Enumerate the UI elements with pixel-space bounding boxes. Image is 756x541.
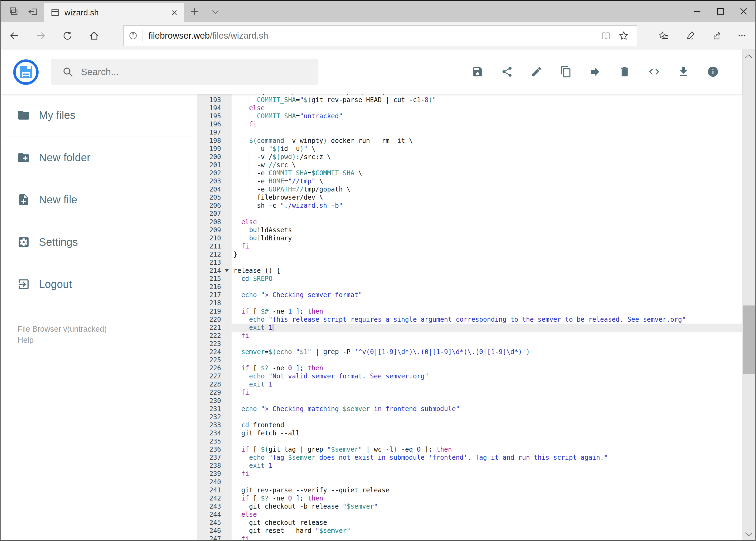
new-tab-icon[interactable] xyxy=(190,7,199,16)
code-line[interactable]: 233 cd frontend xyxy=(197,421,742,429)
share-icon[interactable] xyxy=(501,66,513,78)
scrollbar-thumb[interactable] xyxy=(743,305,755,374)
edit-icon[interactable] xyxy=(530,66,543,78)
code-line[interactable]: 226 if [ $? -ne 0 ]; then xyxy=(197,364,742,372)
code-line[interactable]: 199 -u "$(id -u)" \ xyxy=(197,145,742,153)
code-line[interactable]: 239 fi xyxy=(197,470,742,478)
code-line[interactable]: 237 echo "Tag $semver does not exist in … xyxy=(197,453,742,462)
address-bar[interactable]: filebrowser.web/files/wizard.sh xyxy=(123,25,637,46)
set-tabs-aside-icon[interactable] xyxy=(28,6,39,17)
code-line[interactable]: 217 echo "> Checking semver format" xyxy=(197,291,742,299)
code-line[interactable]: 209 buildAssets xyxy=(197,226,742,234)
code-line[interactable]: 238 exit 1 xyxy=(197,462,742,470)
help-link[interactable]: Help xyxy=(18,335,107,346)
code-line[interactable]: 202 -e COMMIT_SHA=$COMMIT_SHA \ xyxy=(197,169,742,177)
code-line[interactable]: 247 fi xyxy=(197,535,742,540)
search-input[interactable] xyxy=(81,66,297,77)
scroll-up-icon[interactable] xyxy=(744,53,753,60)
code-line[interactable]: 230 xyxy=(197,397,742,405)
code-line[interactable]: 208 else xyxy=(197,218,742,226)
code-line[interactable]: 228 exit 1 xyxy=(197,380,742,388)
code-line[interactable]: 245 git checkout release xyxy=(197,519,742,527)
minimize-button[interactable] xyxy=(685,1,709,22)
scroll-down-icon[interactable] xyxy=(744,531,753,537)
code-line[interactable]: 215 cd $REPO xyxy=(197,275,742,283)
code-line[interactable]: 195 COMMIT_SHA="untracked" xyxy=(197,112,742,120)
code-line[interactable]: 214release () { xyxy=(197,267,742,275)
code-line[interactable]: 204 -e GOPATH=//tmp/gopath \ xyxy=(197,185,742,194)
annotate-pen-icon[interactable] xyxy=(686,31,695,41)
code-line[interactable]: 235 xyxy=(197,437,742,445)
code-line[interactable]: 232 xyxy=(197,413,742,421)
code-line[interactable]: 212} xyxy=(197,251,742,259)
show-set-aside-tabs-icon[interactable] xyxy=(8,6,19,17)
code-line[interactable]: 242 if [ $? -ne 0 ]; then xyxy=(197,494,742,502)
active-tab[interactable]: wizard.sh xyxy=(44,3,184,22)
code-line[interactable]: 211 fi xyxy=(197,242,742,251)
forward-icon[interactable] xyxy=(36,31,46,41)
info-icon[interactable] xyxy=(707,66,719,78)
code-line[interactable]: 220 echo "This release script requires a… xyxy=(197,315,742,323)
code-line[interactable]: 241 git rev-parse --verify --quiet relea… xyxy=(197,486,742,494)
code-line[interactable]: 200 -v /$(pwd):/src:z \ xyxy=(197,153,742,161)
code-line[interactable]: 196 fi xyxy=(197,120,742,128)
code-line[interactable]: 198 $(command -v winpty) docker run --rm… xyxy=(197,137,742,145)
code-line[interactable]: 244 else xyxy=(197,510,742,519)
code-line[interactable]: 243 git checkout -b release "$semver" xyxy=(197,502,742,510)
site-info-icon[interactable] xyxy=(128,31,137,40)
code-line[interactable]: 234 git fetch --all xyxy=(197,429,742,437)
back-icon[interactable] xyxy=(9,31,19,41)
code-line[interactable]: 246 git reset --hard "$semver" xyxy=(197,527,742,535)
maximize-button[interactable] xyxy=(709,1,732,22)
code-line[interactable]: 219 if [ $# -ne 1 ]; then xyxy=(197,307,742,315)
sidebar-item-my-files[interactable]: My files xyxy=(1,94,197,136)
page-scrollbar[interactable] xyxy=(742,49,755,540)
code-line[interactable]: 240 xyxy=(197,478,742,486)
code-line[interactable]: 223 xyxy=(197,340,742,348)
code-line[interactable]: 206 sh -c "./wizard.sh -b" xyxy=(197,202,742,210)
close-tab-icon[interactable] xyxy=(170,9,178,17)
share-icon[interactable] xyxy=(712,31,722,41)
url-text[interactable]: filebrowser.web/files/wizard.sh xyxy=(148,31,601,41)
code-line[interactable]: 203 -e HOME="//tmp" \ xyxy=(197,177,742,185)
code-line[interactable]: 205 filebrowser/dev \ xyxy=(197,194,742,202)
sidebar-item-new-folder[interactable]: New folder xyxy=(1,136,197,179)
code-line[interactable]: 231 echo "> Checking matching $semver in… xyxy=(197,405,742,413)
search-bar[interactable] xyxy=(51,59,318,85)
code-line[interactable]: 222 fi xyxy=(197,332,742,340)
code-line[interactable]: 236 if [ $(git tag | grep "$semver" | wc… xyxy=(197,445,742,453)
save-icon[interactable] xyxy=(471,66,484,78)
code-line[interactable]: 225 xyxy=(197,356,742,364)
code-line[interactable]: 193 COMMIT_SHA="$(git rev-parse HEAD | c… xyxy=(197,96,742,104)
code-line[interactable]: 210 buildBinary xyxy=(197,234,742,242)
fold-toggle-icon[interactable] xyxy=(225,269,229,272)
code-line[interactable]: 221 exit 1 xyxy=(197,323,742,332)
code-line[interactable]: 194 else xyxy=(197,104,742,112)
code-line[interactable]: 207 xyxy=(197,210,742,218)
refresh-icon[interactable] xyxy=(62,31,72,41)
code-line[interactable]: 216 xyxy=(197,283,742,291)
more-options-icon[interactable] xyxy=(737,31,747,41)
code-icon[interactable] xyxy=(648,66,660,78)
code-line[interactable]: 227 echo "Not valid semver format. See s… xyxy=(197,372,742,380)
code-line[interactable]: 201 -w //src \ xyxy=(197,161,742,169)
favorite-star-icon[interactable] xyxy=(619,31,629,41)
hub-icon[interactable] xyxy=(659,31,668,41)
delete-icon[interactable] xyxy=(619,66,631,78)
move-icon[interactable] xyxy=(589,66,601,78)
download-icon[interactable] xyxy=(677,66,690,78)
sidebar-item-logout[interactable]: Logout xyxy=(1,263,197,305)
copy-icon[interactable] xyxy=(560,66,572,78)
code-line[interactable]: 197 xyxy=(197,128,742,136)
home-icon[interactable] xyxy=(89,31,99,41)
close-window-button[interactable] xyxy=(732,1,755,22)
code-line[interactable]: 192 if git rev-parse HEAD &> /dev/null; … xyxy=(197,94,742,96)
sidebar-item-settings[interactable]: Settings xyxy=(1,221,197,263)
code-line[interactable]: 229 fi xyxy=(197,388,742,396)
code-line[interactable]: 218 xyxy=(197,299,742,307)
file-browser-logo[interactable] xyxy=(13,59,39,85)
sidebar-item-new-file[interactable]: New file xyxy=(1,179,197,221)
code-line[interactable]: 224 semver=$(echo "$1" | grep -P '^v(0|[… xyxy=(197,348,742,356)
tab-list-chevron-icon[interactable] xyxy=(211,8,220,16)
code-editor[interactable]: 192 if git rev-parse HEAD &> /dev/null; … xyxy=(197,94,742,540)
